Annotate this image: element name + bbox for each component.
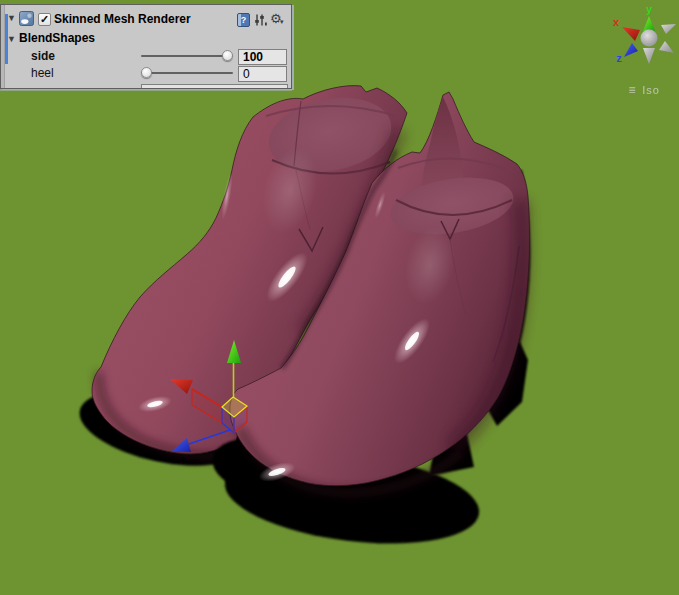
blendshape-side-slider[interactable] [141, 50, 233, 62]
component-foldout-icon[interactable]: ▼ [7, 14, 16, 23]
component-title: Skinned Mesh Renderer [54, 12, 191, 26]
slider-handle[interactable] [222, 50, 233, 61]
blendshape-side-label: side [31, 49, 55, 63]
projection-toggle[interactable]: ≡ Iso [628, 83, 659, 97]
projection-menu-icon[interactable]: ≡ [628, 83, 635, 97]
axis-x-label: x [613, 16, 620, 28]
slider-handle[interactable] [141, 67, 152, 78]
slider-track[interactable] [141, 55, 233, 57]
blendshapes-section-label: BlendShapes [19, 31, 95, 45]
component-enabled-checkbox[interactable]: ✓ [38, 13, 51, 26]
scene-view[interactable]: y x z ≡ Iso ▼ ✓ Skinned Mesh Renderer ? [0, 0, 679, 595]
orientation-gizmo-hub[interactable] [641, 30, 658, 47]
scene-canvas[interactable]: y x z ≡ Iso [0, 0, 679, 595]
presets-icon[interactable] [254, 13, 267, 27]
blendshape-side-value[interactable]: 100 [238, 49, 287, 65]
gear-icon[interactable]: ⚙ ▾ [270, 11, 286, 27]
blendshape-heel-slider[interactable] [141, 67, 233, 79]
slider-track[interactable] [141, 72, 233, 74]
skinned-mesh-renderer-icon [19, 11, 34, 26]
blendshape-heel-value[interactable]: 0 [238, 66, 287, 82]
projection-label[interactable]: Iso [642, 84, 660, 96]
blendshape-heel-label: heel [31, 66, 54, 80]
gear-caret-icon: ▾ [280, 18, 284, 25]
next-row-partial-field [141, 84, 288, 89]
axis-z-label: z [616, 52, 622, 64]
blendshapes-foldout-icon[interactable]: ▼ [7, 35, 16, 44]
inspector-panel: ▼ ✓ Skinned Mesh Renderer ? ⚙ [0, 4, 292, 89]
axis-y-label: y [646, 3, 653, 15]
help-icon[interactable]: ? [237, 13, 250, 27]
